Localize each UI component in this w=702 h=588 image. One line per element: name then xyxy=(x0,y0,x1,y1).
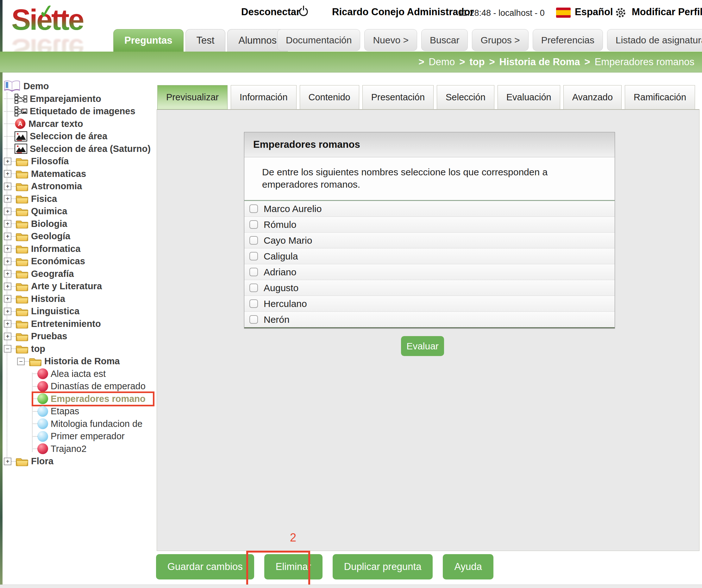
expand-icon[interactable]: + xyxy=(4,333,11,340)
tree-item-flora[interactable]: +Flora xyxy=(3,455,156,468)
tree-item-top[interactable]: −top xyxy=(3,343,156,355)
tree-item-historia-de-roma[interactable]: −Historia de Roma xyxy=(3,355,156,368)
disconnect-link[interactable]: Desconectar xyxy=(241,6,300,18)
tree-item-entretenimiento[interactable]: +Entretenimiento xyxy=(3,318,156,330)
breadcrumb-demo[interactable]: Demo xyxy=(429,56,455,68)
ayuda-button[interactable]: Ayuda xyxy=(443,554,493,579)
tree-item-pruebas[interactable]: +Pruebas xyxy=(3,330,156,343)
checkbox-cayo-mario[interactable] xyxy=(249,236,258,245)
menu-button-grupos[interactable]: Grupos > xyxy=(472,29,528,51)
tree-item-mitologia-fundacion-de[interactable]: Mitologia fundacion de xyxy=(3,418,156,431)
evaluate-button[interactable]: Evaluar xyxy=(401,336,444,356)
tab-avanzado[interactable]: Avanzado xyxy=(563,85,622,110)
expand-icon[interactable]: + xyxy=(4,458,11,465)
menu-button-listado-de-asignaturas[interactable]: Listado de asignaturas xyxy=(607,29,702,51)
expand-icon[interactable]: + xyxy=(4,308,11,315)
expand-icon[interactable]: + xyxy=(4,233,11,240)
tab-previsualizar[interactable]: Previsualizar xyxy=(157,85,228,110)
tree-item-fisica[interactable]: +Fisica xyxy=(3,193,156,205)
breadcrumb-top[interactable]: top xyxy=(469,56,485,68)
tree-item-filosof-a[interactable]: +Filosofía xyxy=(3,155,156,168)
tree-item-trajano2[interactable]: Trajano2 xyxy=(3,443,156,455)
duplicar-pregunta-button[interactable]: Duplicar pregunta xyxy=(333,554,433,579)
menu-button-buscar[interactable]: Buscar xyxy=(421,29,468,51)
folder-icon xyxy=(16,306,28,317)
image-icon xyxy=(15,144,27,154)
expand-icon[interactable]: + xyxy=(4,320,11,328)
tree-item-linguistica[interactable]: +Linguistica xyxy=(3,305,156,318)
power-icon[interactable] xyxy=(298,5,310,17)
tree-item-demo[interactable]: Demo xyxy=(3,80,156,93)
tree-item-marcar-texto[interactable]: AMarcar texto xyxy=(3,118,156,130)
tree-item-arte-y-literatura[interactable]: +Arte y Literatura xyxy=(3,280,156,293)
expand-icon[interactable]: + xyxy=(4,157,11,165)
tab-preguntas[interactable]: Preguntas xyxy=(113,29,184,51)
tree-item-seleccion-de-rea-saturno[interactable]: Seleccion de área (Saturno) xyxy=(3,143,156,155)
expand-icon[interactable]: + xyxy=(4,220,11,228)
gear-icon[interactable] xyxy=(614,6,627,19)
svg-text:A: A xyxy=(18,121,23,128)
expand-icon[interactable]: + xyxy=(4,195,11,203)
tree-item-dinast-as-de-emperado[interactable]: Dinastías de emperado xyxy=(3,380,156,393)
folder-icon xyxy=(16,331,28,342)
tree-item-quimica[interactable]: +Quimica xyxy=(3,205,156,218)
folder-icon xyxy=(16,256,28,266)
checkbox-r-mulo[interactable] xyxy=(249,220,258,229)
tree-item-geograf-a[interactable]: +Geografía xyxy=(3,268,156,280)
tree-item-informatica[interactable]: +Informatica xyxy=(3,243,156,255)
tree-item-emparejamiento[interactable]: Emparejamiento xyxy=(3,93,156,105)
tree-item-emperadores-romano[interactable]: Emperadores romano xyxy=(3,393,156,405)
expand-icon[interactable]: + xyxy=(4,270,11,277)
tree-item-alea-iacta-est[interactable]: Alea iacta est xyxy=(3,368,156,380)
language-label[interactable]: Español xyxy=(575,6,613,18)
menu-button-documentaci-n[interactable]: Documentación xyxy=(277,29,360,51)
folder-icon xyxy=(16,269,28,279)
tab-evaluaci-n[interactable]: Evaluación xyxy=(497,85,560,110)
checkbox-augusto[interactable] xyxy=(249,283,258,292)
tree-item-etapas[interactable]: Etapas xyxy=(3,405,156,418)
tree-item-label: Pruebas xyxy=(31,331,67,342)
tab-ramificaci-n[interactable]: Ramificación xyxy=(625,85,695,110)
question-tab-bar: PrevisualizarInformaciónContenidoPresent… xyxy=(157,85,695,110)
breadcrumb-historia-de-roma[interactable]: Historia de Roma xyxy=(499,56,580,68)
tab-informaci-n[interactable]: Información xyxy=(231,85,297,110)
checkbox-adriano[interactable] xyxy=(249,268,258,276)
guardar-cambios-button[interactable]: Guardar cambios xyxy=(156,554,254,579)
checkbox-herculano[interactable] xyxy=(249,300,258,308)
tree-item-astronomia[interactable]: +Astronomia xyxy=(3,180,156,193)
tab-contenido[interactable]: Contenido xyxy=(300,85,359,110)
folder-icon xyxy=(16,281,28,291)
checkbox-marco-aurelio[interactable] xyxy=(249,205,258,213)
expand-icon[interactable]: + xyxy=(4,208,11,215)
expand-icon[interactable]: + xyxy=(4,258,11,265)
tree-item-label: Informatica xyxy=(31,244,80,254)
background-photo-sliver xyxy=(0,0,3,588)
expand-icon[interactable]: + xyxy=(4,183,11,190)
tree-item-geolog-a[interactable]: +Geología xyxy=(3,230,156,243)
tree-item-primer-emperador[interactable]: Primer emperador xyxy=(3,430,156,443)
tree-item-biologia[interactable]: +Biologia xyxy=(3,218,156,230)
tree-item-label: Marcar texto xyxy=(28,119,83,129)
breadcrumb-emperadores-romanos[interactable]: Emperadores romanos xyxy=(595,56,694,68)
tree-item-seleccion-de-rea[interactable]: Seleccion de área xyxy=(3,130,156,143)
tab-test[interactable]: Test xyxy=(186,29,226,51)
collapse-icon[interactable]: − xyxy=(4,345,11,353)
checkbox-caligula[interactable] xyxy=(249,252,258,260)
tree-connector xyxy=(33,386,37,387)
tab-presentaci-n[interactable]: Presentación xyxy=(362,85,434,110)
tree-item-matematicas[interactable]: +Matematicas xyxy=(3,168,156,181)
tree-item-historia[interactable]: +Historia xyxy=(3,293,156,306)
collapse-icon[interactable]: − xyxy=(17,358,25,365)
expand-icon[interactable]: + xyxy=(4,245,11,252)
tree-item-econ-micas[interactable]: +Económicas xyxy=(3,255,156,268)
tree-item-etiquetado-de-imagenes[interactable]: Etiquetado de imagenes xyxy=(3,105,156,118)
menu-button-preferencias[interactable]: Preferencias xyxy=(533,29,603,51)
expand-icon[interactable]: + xyxy=(4,282,11,290)
checkbox-ner-n[interactable] xyxy=(249,315,258,324)
tab-selecci-n[interactable]: Selección xyxy=(437,85,494,110)
modify-profile-link[interactable]: Modificar Perfil xyxy=(632,6,702,18)
menu-button-nuevo[interactable]: Nuevo > xyxy=(364,29,417,51)
expand-icon[interactable]: + xyxy=(4,295,11,303)
expand-icon[interactable]: + xyxy=(4,170,11,178)
folder-icon xyxy=(29,356,42,366)
